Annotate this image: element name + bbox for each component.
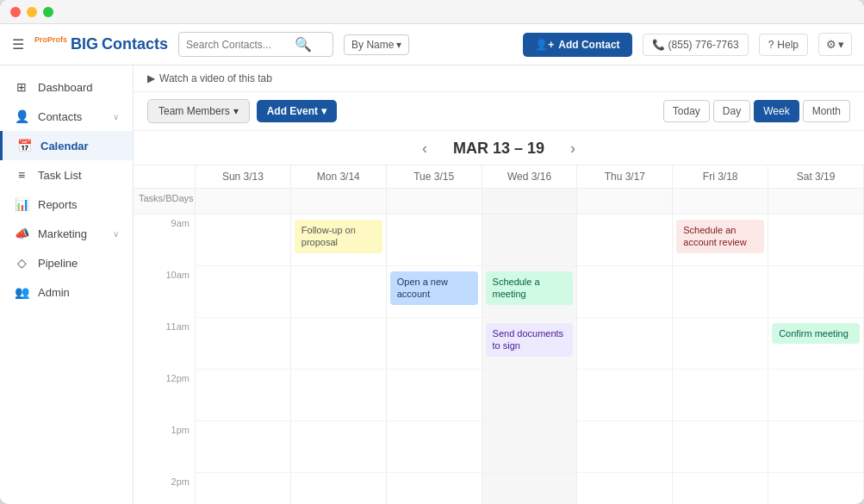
time-cell-thu-2[interactable]	[577, 473, 673, 504]
time-cell-wed-1[interactable]	[482, 421, 578, 473]
sidebar-item-dashboard[interactable]: ⊞ Dashboard	[0, 72, 133, 102]
today-button[interactable]: Today	[663, 100, 710, 122]
add-contact-button[interactable]: 👤+ Add Contact	[523, 33, 631, 57]
time-cell-tue-9[interactable]	[387, 215, 482, 266]
team-members-button[interactable]: Team Members ▾	[147, 99, 250, 123]
dashboard-icon: ⊞	[14, 80, 29, 94]
sidebar-item-admin[interactable]: 👥 Admin	[0, 277, 133, 307]
watch-video-label: Watch a video of this tab	[159, 72, 272, 84]
menu-icon[interactable]: ☰	[12, 36, 24, 53]
time-cell-sat-10[interactable]	[768, 266, 864, 318]
week-button[interactable]: Week	[754, 100, 799, 122]
tasks-label: Tasks/BDays	[134, 189, 196, 215]
sidebar-item-label: Dashboard	[38, 81, 93, 94]
time-cell-sat-9[interactable]	[768, 215, 864, 266]
event-follow-up[interactable]: Follow-up on proposal	[295, 220, 382, 253]
time-cell-tue-1[interactable]	[387, 421, 482, 473]
sidebar-item-marketing[interactable]: 📣 Marketing ∨	[0, 219, 133, 248]
time-cell-fri-2[interactable]	[673, 473, 768, 504]
time-cell-fri-10[interactable]	[673, 266, 768, 318]
time-cell-fri-9[interactable]: Schedule an account review	[673, 215, 768, 266]
time-cell-sun-11[interactable]	[196, 318, 291, 370]
time-cell-tue-10[interactable]: Open a new account	[387, 266, 482, 318]
search-input[interactable]	[186, 39, 289, 51]
add-event-label: Add Event	[267, 105, 318, 117]
time-cell-sat-11[interactable]: Confirm meeting	[768, 318, 864, 370]
time-cell-mon-9[interactable]: Follow-up on proposal	[291, 215, 387, 266]
sidebar-item-reports[interactable]: 📊 Reports	[0, 190, 133, 219]
prev-week-button[interactable]: ‹	[422, 140, 427, 158]
time-cell-sun-1[interactable]	[196, 421, 291, 473]
main-layout: ⊞ Dashboard 👤 Contacts ∨ 📅 Calendar ≡ Ta…	[0, 65, 864, 504]
close-button[interactable]	[10, 7, 21, 17]
calendar-title: MAR 13 – 19	[453, 140, 544, 158]
day-button[interactable]: Day	[713, 100, 750, 122]
event-schedule-account[interactable]: Schedule an account review	[676, 220, 764, 253]
help-button[interactable]: ? Help	[759, 34, 808, 56]
marketing-icon: 📣	[14, 227, 29, 240]
time-cell-wed-12[interactable]	[482, 370, 578, 421]
time-cell-mon-10[interactable]	[291, 266, 387, 318]
time-cell-fri-1[interactable]	[673, 421, 768, 473]
tasks-cell-tue	[387, 189, 482, 215]
phone-number: (855) 776-7763	[668, 39, 739, 51]
by-name-dropdown[interactable]: By Name ▾	[344, 34, 409, 55]
sidebar-item-pipeline[interactable]: ◇ Pipeline	[0, 248, 133, 277]
settings-button[interactable]: ⚙ ▾	[818, 33, 852, 56]
time-cell-mon-1[interactable]	[291, 421, 387, 473]
time-cell-sat-12[interactable]	[768, 370, 864, 421]
sidebar-item-label: Marketing	[38, 227, 87, 240]
watch-video-link[interactable]: ▶ Watch a video of this tab	[147, 72, 272, 91]
sidebar-item-contacts[interactable]: 👤 Contacts ∨	[0, 102, 133, 131]
minimize-button[interactable]	[27, 7, 37, 17]
time-cell-fri-11[interactable]	[673, 318, 768, 370]
time-cell-wed-11[interactable]: Send documents to sign	[482, 318, 578, 370]
time-cell-sun-9[interactable]	[196, 215, 291, 266]
time-cell-mon-11[interactable]	[291, 318, 387, 370]
help-icon: ?	[768, 39, 774, 51]
sidebar-item-label: Task List	[38, 169, 82, 182]
col-header-time	[134, 165, 196, 189]
time-cell-thu-12[interactable]	[577, 370, 673, 421]
time-cell-sat-1[interactable]	[768, 421, 864, 473]
time-cell-tue-12[interactable]	[387, 370, 482, 421]
time-cell-thu-9[interactable]	[577, 215, 673, 266]
time-cell-tue-2[interactable]	[387, 473, 482, 504]
event-open-account[interactable]: Open a new account	[390, 271, 478, 305]
time-cell-thu-10[interactable]	[577, 266, 673, 318]
time-cell-wed-2[interactable]	[482, 473, 578, 504]
time-cell-sun-10[interactable]	[196, 266, 291, 318]
logo-big-label: BIG	[71, 35, 98, 53]
phone-link[interactable]: 📞 (855) 776-7763	[643, 34, 749, 56]
time-label-2pm: 2pm	[134, 473, 196, 504]
event-schedule-meeting[interactable]: Schedule a meeting	[486, 271, 574, 305]
gear-icon: ⚙	[826, 38, 836, 51]
sidebar: ⊞ Dashboard 👤 Contacts ∨ 📅 Calendar ≡ Ta…	[0, 65, 134, 504]
time-cell-tue-11[interactable]	[387, 318, 482, 370]
time-cell-thu-1[interactable]	[577, 421, 673, 473]
search-bar[interactable]: 🔍	[178, 32, 333, 57]
time-cell-fri-12[interactable]	[673, 370, 768, 421]
logo-contacts-label: Contacts	[102, 35, 168, 53]
app-header: ☰ ProProfsBIGContacts 🔍 By Name ▾ 👤+ Add…	[0, 24, 864, 65]
help-label: Help	[777, 39, 799, 51]
time-cell-mon-12[interactable]	[291, 370, 387, 421]
time-cell-sun-2[interactable]	[196, 473, 291, 504]
maximize-button[interactable]	[43, 7, 53, 17]
time-cell-sat-2[interactable]	[768, 473, 864, 504]
time-cell-thu-11[interactable]	[577, 318, 673, 370]
time-cell-mon-2[interactable]	[291, 473, 387, 504]
time-cell-wed-10[interactable]: Schedule a meeting	[482, 266, 578, 318]
by-name-label: By Name	[351, 39, 394, 51]
month-button[interactable]: Month	[803, 100, 850, 122]
time-cell-sun-12[interactable]	[196, 370, 291, 421]
sidebar-item-task-list[interactable]: ≡ Task List	[0, 160, 133, 190]
calendar-grid: Sun 3/13 Mon 3/14 Tue 3/15 Wed 3/16 Thu …	[134, 165, 864, 504]
sidebar-item-calendar[interactable]: 📅 Calendar	[0, 131, 133, 160]
event-confirm-meeting[interactable]: Confirm meeting	[772, 323, 860, 344]
tasks-cell-sat	[768, 189, 864, 215]
next-week-button[interactable]: ›	[570, 140, 575, 158]
time-cell-wed-9[interactable]	[482, 215, 578, 266]
add-event-button[interactable]: Add Event ▾	[257, 100, 337, 122]
event-send-docs[interactable]: Send documents to sign	[486, 323, 574, 357]
